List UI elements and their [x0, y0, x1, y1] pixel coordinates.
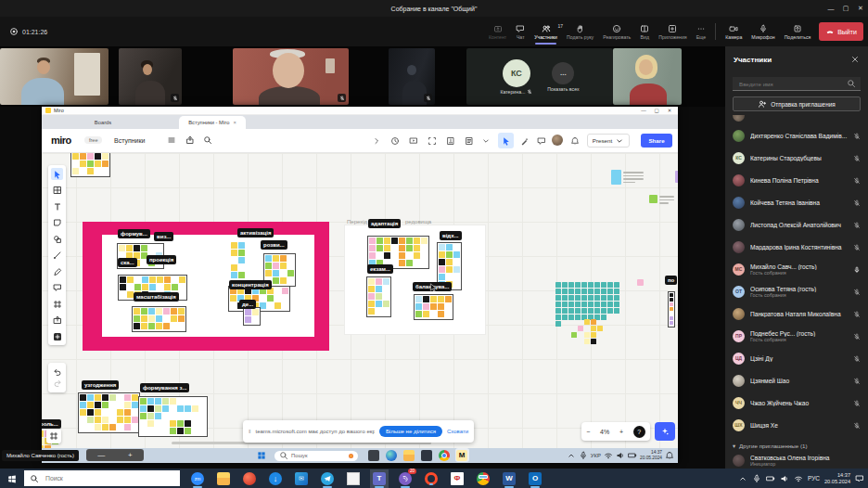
board-label[interactable]: виз...	[154, 232, 173, 241]
start-button[interactable]	[257, 451, 266, 460]
language-indicator[interactable]: РУС	[808, 475, 820, 482]
select-tool-button[interactable]	[498, 133, 514, 148]
app-icon-edge[interactable]	[386, 450, 397, 461]
app-icon-ccleaner[interactable]	[243, 472, 256, 485]
avatar-group[interactable]: ...Показать всех	[547, 62, 579, 92]
board-label[interactable]: масштабізація	[134, 292, 179, 302]
sticky-cluster[interactable]	[668, 291, 675, 327]
sticky-note[interactable]	[675, 171, 678, 183]
slides-icon[interactable]	[446, 136, 455, 146]
toolbar-button-поделиться[interactable]: Поделиться	[780, 22, 816, 42]
export-icon[interactable]	[185, 135, 195, 145]
participant-search[interactable]	[733, 77, 861, 91]
zoom-in-button[interactable]: +	[619, 429, 623, 435]
board-label[interactable]: екзам...	[367, 264, 393, 274]
miro-close-button[interactable]: ✕	[663, 107, 676, 115]
miro-tab[interactable]: Boards	[74, 116, 132, 129]
sticky-cluster[interactable]	[70, 153, 110, 177]
app-icon-media[interactable]: Ф	[451, 472, 464, 485]
participant-row[interactable]: Койчева Тетяна Іванівна	[725, 191, 868, 213]
tray-expand-icon[interactable]	[567, 451, 576, 460]
volume-icon[interactable]	[780, 474, 789, 483]
participant-row[interactable]: ОТОсипова Тетяна (гость)Гость собрания	[725, 280, 868, 302]
participant-row[interactable]: Панкратова Наталя Миколаївна	[725, 302, 868, 325]
board-name[interactable]: Вступники	[114, 137, 146, 144]
board-label[interactable]: активізація	[237, 228, 274, 238]
clock[interactable]: 14:37 20.05.2024	[824, 472, 850, 484]
volume-icon[interactable]	[616, 451, 625, 460]
sticky-cluster[interactable]	[571, 319, 609, 345]
shapes-tool[interactable]	[51, 233, 63, 245]
miro-minimize-button[interactable]: —	[637, 107, 650, 115]
app-icon-viber[interactable]: 20	[399, 472, 412, 485]
participant-avatar-tile[interactable]: КСКатерина... ...Показать всех	[466, 48, 613, 105]
participant-row[interactable]: Листопад Олексій Анатолійович	[725, 213, 868, 236]
app-icon-teams[interactable]: T	[373, 472, 386, 485]
menu-icon[interactable]	[167, 135, 176, 145]
board-label[interactable]: де...	[239, 300, 256, 309]
leave-button[interactable]: Выйти	[819, 22, 863, 41]
search-icon[interactable]	[203, 135, 212, 145]
participant-row[interactable]: КСКатерины Стародубцевы	[725, 147, 868, 169]
present-screen-icon[interactable]	[409, 136, 418, 146]
undo-icon[interactable]	[53, 367, 62, 377]
board-label[interactable]: концентрація	[229, 280, 272, 289]
app-icon-word[interactable]: W	[503, 472, 516, 485]
close-button[interactable]: ✕	[853, 5, 868, 12]
taskbar-search[interactable]: Пошук	[274, 451, 358, 461]
search-input[interactable]	[44, 474, 174, 482]
search-input[interactable]	[737, 80, 843, 88]
toolbar-button-микрофон[interactable]: Микрофон	[747, 22, 779, 42]
participant-video-tile[interactable]	[119, 48, 182, 105]
frame-title[interactable]: редовища	[405, 219, 431, 225]
app-icon-device[interactable]	[368, 450, 379, 461]
sticky-cluster[interactable]	[138, 396, 208, 437]
share-button[interactable]: Share	[641, 134, 672, 148]
wifi-icon[interactable]	[604, 451, 613, 460]
board-label[interactable]: роль...	[42, 419, 61, 429]
notes-icon[interactable]	[465, 136, 474, 146]
upload-tool[interactable]	[51, 315, 63, 327]
invite-button[interactable]: Отправка приглашения	[733, 96, 861, 111]
action-center-icon[interactable]	[855, 474, 864, 483]
sticky-note[interactable]	[649, 195, 657, 203]
bell-icon[interactable]	[570, 136, 580, 146]
close-tab-icon[interactable]: ×	[233, 120, 236, 125]
participant-video-tile[interactable]	[0, 48, 108, 105]
toolbar-button-вид[interactable]: Вид	[635, 22, 654, 42]
language-indicator[interactable]: УКР	[591, 453, 601, 458]
text-block[interactable]	[659, 196, 674, 204]
zoom-out-button[interactable]: −	[586, 429, 590, 435]
zoom-level[interactable]: 4%	[600, 429, 609, 435]
participant-row[interactable]: МСМихайло Савч... (гость)Гость собрания	[725, 258, 868, 280]
miro-maximize-button[interactable]: ▢	[650, 107, 663, 115]
comment-tool[interactable]	[51, 282, 63, 294]
app-icon-miro[interactable]: M	[456, 450, 467, 461]
toolbar-button-приложения[interactable]: Приложения	[654, 22, 691, 42]
sticky-cluster[interactable]	[366, 276, 391, 317]
board-label[interactable]: формування з...	[140, 383, 189, 392]
toolbar-button-участники[interactable]: Участники17	[530, 22, 562, 42]
toolbar-button-еще[interactable]: Еще	[692, 22, 711, 42]
toolbar-button-камера[interactable]: Камера	[721, 22, 747, 42]
board-label[interactable]: ска...	[118, 258, 137, 267]
connector-tool[interactable]	[51, 250, 63, 262]
battery-icon[interactable]	[766, 474, 775, 483]
text-block[interactable]	[623, 172, 644, 183]
toolbar-button-реагировать[interactable]: Реагировать	[598, 22, 635, 42]
participant-video-tile[interactable]	[613, 48, 682, 105]
select-tool[interactable]	[51, 168, 63, 180]
focus-icon[interactable]	[428, 136, 437, 146]
sticky-cluster[interactable]	[132, 306, 186, 332]
board-label[interactable]: адаптація	[368, 219, 401, 228]
frames-button[interactable]	[46, 429, 61, 443]
sticky-note[interactable]	[637, 279, 644, 286]
participant-video-tile[interactable]	[233, 48, 349, 105]
app-icon-outlook[interactable]: O	[529, 472, 542, 485]
templates-tool[interactable]	[51, 185, 63, 197]
minimize-button[interactable]: —	[823, 6, 838, 12]
app-icon-mail[interactable]: ✉	[295, 472, 308, 485]
app-icon-zoom[interactable]: zm	[191, 472, 204, 485]
board-label[interactable]: по	[665, 276, 677, 285]
participant-row[interactable]: Цзянмей Шао	[725, 369, 868, 392]
